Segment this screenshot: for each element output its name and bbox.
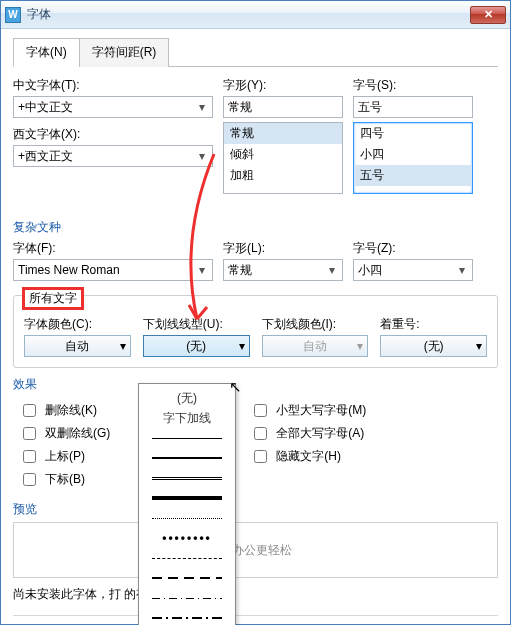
tab-font[interactable]: 字体(N) [13,38,80,67]
underline-item-dotted-heavy[interactable]: •••••••• [139,528,235,548]
allcaps-checkbox[interactable]: 全部大写字母(A) [250,424,366,443]
dstrike-checkbox[interactable]: 双删除线(G) [19,424,110,443]
size-input[interactable]: 五号 [353,96,473,118]
complex-size-combo[interactable]: 小四 ▾ [353,259,473,281]
chevron-down-icon: ▾ [357,339,363,353]
underline-item-heavy[interactable] [139,488,235,508]
chevron-down-icon: ▾ [324,262,340,278]
sub-checkbox[interactable]: 下标(B) [19,470,110,489]
complex-style-combo[interactable]: 常规 ▾ [223,259,343,281]
underline-color-value: 自动 [303,338,327,355]
underline-item-dash-heavy[interactable] [139,568,235,588]
chevron-down-icon: ▾ [194,262,210,278]
underline-item-single[interactable] [139,428,235,448]
font-color-value: 自动 [65,338,89,355]
allchars-legend: 所有文字 [22,287,84,310]
underline-dropdown[interactable]: (无) 字下加线 •••••••• [138,383,236,625]
underline-item-dashdot-heavy[interactable] [139,608,235,625]
style-input[interactable]: 常规 [223,96,343,118]
titlebar: W 字体 ✕ [1,1,510,29]
size-value: 五号 [358,99,382,116]
complex-heading: 复杂文种 [13,219,498,236]
west-font-value: +西文正文 [18,148,73,165]
cn-font-value: +中文正文 [18,99,73,116]
hidden-checkbox[interactable]: 隐藏文字(H) [250,447,366,466]
chevron-down-icon: ▾ [194,148,210,164]
preview-box: 让办公更轻松 [13,522,498,578]
underline-item-dash[interactable] [139,548,235,568]
close-button[interactable]: ✕ [470,6,506,24]
app-icon: W [5,7,21,23]
underline-style-label: 下划线线型(U): [143,316,250,333]
emphasis-combo[interactable]: (无) ▾ [380,335,487,357]
strike-checkbox[interactable]: 删除线(K) [19,401,110,420]
preview-heading: 预览 [13,501,498,518]
underline-style-value: (无) [186,338,206,355]
list-item[interactable]: 倾斜 [224,144,342,165]
sup-checkbox[interactable]: 上标(P) [19,447,110,466]
style-label: 字形(Y): [223,77,343,94]
tab-strip: 字体(N) 字符间距(R) [13,37,498,67]
list-item[interactable]: 四号 [354,123,472,144]
chevron-down-icon: ▾ [120,339,126,353]
complex-size-value: 小四 [358,262,382,279]
underline-item-words[interactable]: 字下加线 [139,408,235,428]
size-label: 字号(S): [353,77,473,94]
size-listbox[interactable]: 四号 小四 五号 [353,122,473,194]
complex-size-label: 字号(Z): [353,240,473,257]
underline-item-dotted[interactable] [139,508,235,528]
complex-style-label: 字形(L): [223,240,343,257]
list-item[interactable]: 五号 [354,165,472,186]
install-note: 尚未安装此字体，打 的有效字体。 [13,586,498,603]
font-color-label: 字体颜色(C): [24,316,131,333]
emphasis-value: (无) [424,338,444,355]
window-title: 字体 [27,6,51,23]
underline-style-combo[interactable]: (无) ▾ [143,335,250,357]
smallcaps-checkbox[interactable]: 小型大写字母(M) [250,401,366,420]
underline-item-dashdot[interactable] [139,588,235,608]
underline-item-double[interactable] [139,468,235,488]
underline-item-thick[interactable] [139,448,235,468]
underline-color-combo: 自动 ▾ [262,335,369,357]
complex-style-value: 常规 [228,262,252,279]
list-item[interactable]: 小四 [354,144,472,165]
emphasis-label: 着重号: [380,316,487,333]
complex-font-value: Times New Roman [18,263,120,277]
font-color-combo[interactable]: 自动 ▾ [24,335,131,357]
chevron-down-icon: ▾ [476,339,482,353]
underline-color-label: 下划线颜色(I): [262,316,369,333]
tab-spacing[interactable]: 字符间距(R) [79,38,170,67]
complex-font-combo[interactable]: Times New Roman ▾ [13,259,213,281]
cn-font-combo[interactable]: +中文正文 ▾ [13,96,213,118]
style-listbox[interactable]: 常规 倾斜 加粗 [223,122,343,194]
chevron-down-icon: ▾ [194,99,210,115]
west-font-combo[interactable]: +西文正文 ▾ [13,145,213,167]
style-value: 常规 [228,99,252,116]
list-item[interactable]: 加粗 [224,165,342,186]
west-font-label: 西文字体(X): [13,126,213,143]
chevron-down-icon: ▾ [454,262,470,278]
underline-item-none[interactable]: (无) [139,388,235,408]
cn-font-label: 中文字体(T): [13,77,213,94]
effects-heading: 效果 [13,376,498,393]
list-item[interactable]: 常规 [224,123,342,144]
complex-font-label: 字体(F): [13,240,213,257]
chevron-down-icon: ▾ [239,339,245,353]
